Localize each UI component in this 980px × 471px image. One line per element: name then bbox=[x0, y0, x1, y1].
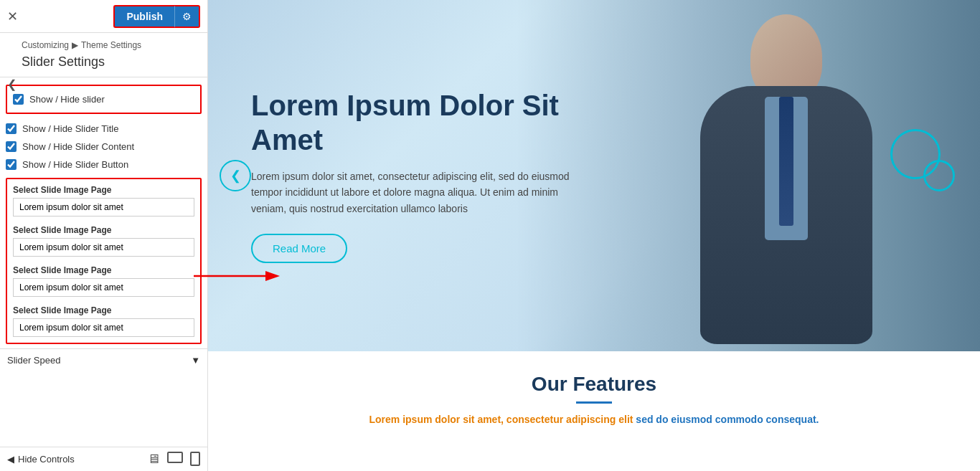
hide-controls[interactable]: ◀ Hide Controls bbox=[7, 454, 75, 465]
device-icons: 🖥 bbox=[147, 452, 200, 467]
breadcrumb-part2: Theme Settings bbox=[81, 40, 141, 50]
close-button[interactable]: ✕ bbox=[7, 9, 18, 24]
features-section: Our Features Lorem ipsum dolor sit amet,… bbox=[208, 351, 980, 471]
hero-title: Lorem Ipsum Dolor Sit Amet bbox=[251, 88, 590, 157]
breadcrumb-part1: Customizing bbox=[22, 40, 69, 50]
select-dropdown-3[interactable]: Lorem ipsum dolor sit amet Option 2 Opti… bbox=[13, 278, 194, 297]
sidebar: ✕ Publish ⚙ ❮ Customizing ▶ Theme Settin… bbox=[0, 0, 208, 471]
section-title: Slider Settings bbox=[0, 52, 207, 77]
slider-speed-row[interactable]: Slider Speed ▼ bbox=[0, 348, 207, 371]
hero-slider: Lorem Ipsum Dolor Sit Amet Lorem ipsum d… bbox=[208, 0, 980, 351]
slider-speed-label: Slider Speed bbox=[7, 355, 60, 366]
slider-prev-button[interactable]: ❮ bbox=[220, 160, 251, 191]
select-label-2: Select Slide Image Page bbox=[13, 225, 194, 235]
settings-button[interactable]: ⚙ bbox=[174, 5, 200, 28]
checkbox-show-hide-button[interactable]: Show / Hide Slider Button bbox=[6, 156, 202, 173]
top-bar: ✕ Publish ⚙ bbox=[0, 0, 207, 33]
select-item-2: Select Slide Image Page Lorem ipsum dolo… bbox=[13, 225, 194, 257]
select-item-3: Select Slide Image Page Lorem ipsum dolo… bbox=[13, 265, 194, 297]
features-subtitle-highlight2: sed do eiusmod commodo consequat. bbox=[633, 414, 819, 425]
breadcrumb-separator: ▶ bbox=[72, 40, 78, 50]
hero-description: Lorem ipsum dolor sit amet, consectetur … bbox=[251, 168, 590, 217]
show-hide-slider-checkbox[interactable] bbox=[13, 94, 24, 105]
features-underline bbox=[576, 401, 612, 404]
read-more-button[interactable]: Read More bbox=[251, 234, 347, 263]
show-hide-content-label: Show / Hide Slider Content bbox=[22, 141, 134, 152]
bottom-bar: ◀ Hide Controls 🖥 bbox=[0, 447, 207, 471]
select-label-1: Select Slide Image Page bbox=[13, 185, 194, 195]
mobile-icon[interactable] bbox=[190, 452, 200, 466]
hide-controls-label: Hide Controls bbox=[18, 454, 75, 465]
sidebar-content: Show / Hide slider Show / Hide Slider Ti… bbox=[0, 77, 207, 447]
desktop-icon[interactable]: 🖥 bbox=[147, 452, 160, 467]
show-hide-title-checkbox[interactable] bbox=[6, 123, 17, 134]
show-hide-button-checkbox[interactable] bbox=[6, 159, 17, 170]
breadcrumb: Customizing ▶ Theme Settings bbox=[0, 33, 207, 52]
secondary-checkboxes: Show / Hide Slider Title Show / Hide Sli… bbox=[6, 120, 202, 173]
prev-icon: ❮ bbox=[230, 168, 241, 184]
tablet-icon[interactable] bbox=[167, 452, 183, 463]
select-item-4: Select Slide Image Page Lorem ipsum dolo… bbox=[13, 305, 194, 337]
hide-controls-icon: ◀ bbox=[7, 454, 14, 465]
slider-speed-icon: ▼ bbox=[191, 355, 200, 366]
features-subtitle-highlight1: Lorem ipsum dolor sit amet, consectetur … bbox=[369, 414, 633, 425]
features-title: Our Features bbox=[237, 373, 951, 396]
show-hide-slider-label: Show / Hide slider bbox=[29, 94, 105, 105]
show-hide-title-label: Show / Hide Slider Title bbox=[22, 123, 118, 134]
select-dropdown-4[interactable]: Lorem ipsum dolor sit amet Option 2 Opti… bbox=[13, 318, 194, 337]
checkbox-show-hide-slider[interactable]: Show / Hide slider bbox=[13, 90, 194, 108]
show-hide-content-checkbox[interactable] bbox=[6, 141, 17, 152]
select-groups: Select Slide Image Page Lorem ipsum dolo… bbox=[6, 178, 202, 344]
select-label-4: Select Slide Image Page bbox=[13, 305, 194, 315]
main-content: Lorem Ipsum Dolor Sit Amet Lorem ipsum d… bbox=[208, 0, 980, 471]
hero-text: Lorem Ipsum Dolor Sit Amet Lorem ipsum d… bbox=[208, 88, 633, 263]
select-dropdown-2[interactable]: Lorem ipsum dolor sit amet Option 2 Opti… bbox=[13, 238, 194, 257]
select-label-3: Select Slide Image Page bbox=[13, 265, 194, 275]
checkbox-show-hide-content[interactable]: Show / Hide Slider Content bbox=[6, 138, 202, 156]
checkbox-show-hide-title[interactable]: Show / Hide Slider Title bbox=[6, 120, 202, 138]
select-dropdown-1[interactable]: Lorem ipsum dolor sit amet Option 2 Opti… bbox=[13, 198, 194, 217]
publish-area: Publish ⚙ bbox=[113, 5, 200, 28]
publish-button[interactable]: Publish bbox=[113, 5, 174, 28]
select-item-1: Select Slide Image Page Lorem ipsum dolo… bbox=[13, 185, 194, 217]
slider-next-button[interactable] bbox=[923, 160, 955, 191]
back-button[interactable]: ❮ bbox=[7, 77, 17, 91]
show-hide-group: Show / Hide slider bbox=[6, 85, 202, 114]
features-subtitle: Lorem ipsum dolor sit amet, consectetur … bbox=[237, 414, 951, 425]
show-hide-button-label: Show / Hide Slider Button bbox=[22, 159, 128, 170]
